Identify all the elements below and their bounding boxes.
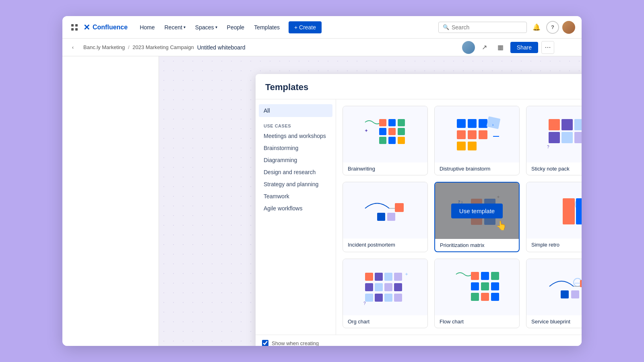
svg-rect-69 <box>571 290 579 298</box>
template-simple-retro[interactable]: Simple retro <box>526 182 582 252</box>
svg-rect-34 <box>395 203 404 212</box>
top-nav: ✕ Confluence Home Recent ▾ Spaces ▾ Peop… <box>62 16 582 39</box>
svg-rect-12 <box>379 137 386 144</box>
nav-home[interactable]: Home <box>136 22 159 33</box>
svg-rect-27 <box>561 119 573 130</box>
svg-rect-43 <box>576 198 582 224</box>
bc-org[interactable]: Banc.ly Marketing <box>83 44 125 50</box>
svg-rect-46 <box>384 273 392 281</box>
template-sticky[interactable]: ✦ ? Sticky note pack <box>526 106 582 175</box>
svg-rect-16 <box>457 119 466 128</box>
create-button[interactable]: + Create <box>289 21 322 33</box>
template-brainwriting[interactable]: ✦ Brainwriting <box>343 106 428 175</box>
nav-people[interactable]: People <box>223 22 249 33</box>
page-title: Untitled whiteboard <box>197 44 246 51</box>
svg-rect-17 <box>468 119 477 128</box>
search-input[interactable] <box>452 24 522 31</box>
svg-rect-3 <box>75 28 78 31</box>
nav-links: Home Recent ▾ Spaces ▾ People Templates <box>136 22 284 33</box>
template-prioritization-label: Prioritization matrix <box>435 239 519 251</box>
template-org-chart-label: Org chart <box>343 315 427 328</box>
template-distruptive[interactable]: › Distruptive brainstorm <box>434 106 520 175</box>
category-meetings[interactable]: Meetings and workshops <box>259 130 332 142</box>
template-prioritization[interactable]: ✦ ↻ Use template 👆 <box>434 182 520 252</box>
category-strategy[interactable]: Strategy and planning <box>259 178 332 190</box>
modal-title: Templates <box>265 82 308 99</box>
svg-rect-49 <box>375 283 383 291</box>
svg-rect-14 <box>398 137 405 144</box>
category-agile[interactable]: Agile workflows <box>259 202 332 214</box>
nav-logo[interactable]: ✕ Confluence <box>83 23 128 32</box>
search-box[interactable]: 🔍 <box>438 22 527 33</box>
svg-rect-59 <box>481 272 489 280</box>
recent-chevron-icon: ▾ <box>184 25 186 29</box>
canvas-area: Templates × All USE CASES Meetings and w… <box>159 56 582 346</box>
template-simple-retro-label: Simple retro <box>526 239 582 251</box>
category-design[interactable]: Design and research <box>259 166 332 178</box>
svg-rect-48 <box>365 283 373 291</box>
table-icon[interactable]: ▦ <box>494 41 507 54</box>
grid-menu-icon[interactable] <box>69 22 80 33</box>
share-arrow-icon[interactable]: ↗ <box>478 41 491 54</box>
svg-rect-50 <box>384 283 392 291</box>
nav-templates[interactable]: Templates <box>250 22 284 33</box>
template-incident-label: Incident postmortem <box>343 239 427 251</box>
template-incident[interactable]: Incident postmortem <box>343 182 428 252</box>
template-org-chart[interactable]: ✦ ? Org chart <box>343 259 428 328</box>
show-when-creating-checkbox[interactable] <box>262 340 268 346</box>
svg-text:›: › <box>492 123 493 127</box>
category-all[interactable]: All <box>259 104 332 117</box>
use-cases-label: USE CASES <box>259 120 332 130</box>
template-prioritization-thumb: ✦ ↻ Use template 👆 <box>435 183 519 239</box>
show-when-creating-label: Show when creating <box>272 340 319 346</box>
svg-rect-36 <box>387 213 395 221</box>
svg-rect-58 <box>471 272 479 280</box>
use-template-button[interactable]: Use template <box>451 204 503 218</box>
template-flow-chart-label: Flow chart <box>435 315 519 328</box>
svg-rect-24 <box>468 142 477 150</box>
logo-text: Confluence <box>93 24 128 31</box>
share-button[interactable]: Share <box>510 42 538 53</box>
nav-recent[interactable]: Recent ▾ <box>160 22 189 33</box>
bell-icon[interactable]: 🔔 <box>530 21 543 34</box>
category-diagramming[interactable]: Diagramming <box>259 154 332 166</box>
template-service-blueprint[interactable]: Service blueprint <box>526 259 582 328</box>
collaborator-avatar <box>462 41 475 54</box>
more-options-button[interactable]: ··· <box>541 41 554 54</box>
modal-footer: Show when creating <box>256 335 582 346</box>
avatar[interactable] <box>562 21 575 34</box>
svg-rect-68 <box>561 290 569 298</box>
templates-grid-area: ✦ Brainwriting <box>336 99 582 335</box>
bc-page[interactable]: 2023 Marketing Campaign <box>132 44 194 50</box>
template-org-chart-thumb: ✦ ? <box>343 259 427 315</box>
templates-modal: Templates × All USE CASES Meetings and w… <box>256 74 582 346</box>
svg-rect-66 <box>491 293 499 301</box>
svg-rect-20 <box>457 130 466 139</box>
breadcrumb: Banc.ly Marketing / 2023 Marketing Campa… <box>83 44 194 50</box>
bc-sep: / <box>128 44 130 50</box>
svg-rect-23 <box>457 142 466 150</box>
svg-rect-55 <box>394 294 402 302</box>
svg-rect-35 <box>377 213 385 221</box>
svg-rect-6 <box>379 119 386 126</box>
nav-right: 🔍 🔔 ? <box>438 21 575 34</box>
svg-text:?: ? <box>363 301 366 306</box>
svg-rect-30 <box>561 132 573 143</box>
svg-rect-7 <box>388 119 396 126</box>
template-flow-chart[interactable]: Flow chart <box>434 259 520 328</box>
svg-rect-29 <box>549 132 560 143</box>
category-brainstorming[interactable]: Brainstorming <box>259 142 332 154</box>
svg-rect-44 <box>365 273 373 281</box>
template-distruptive-label: Distruptive brainstorm <box>435 162 519 175</box>
svg-rect-0 <box>71 24 74 27</box>
svg-rect-42 <box>563 198 575 224</box>
svg-text:✦: ✦ <box>405 272 409 277</box>
nav-spaces[interactable]: Spaces ▾ <box>191 22 221 33</box>
svg-rect-53 <box>375 294 383 302</box>
back-button[interactable]: ‹ <box>66 40 80 55</box>
category-teamwork[interactable]: Teamwork <box>259 190 332 202</box>
help-icon[interactable]: ? <box>546 21 559 34</box>
categories-panel: All USE CASES Meetings and workshops Bra… <box>256 99 336 335</box>
spaces-chevron-icon: ▾ <box>215 25 217 29</box>
svg-rect-45 <box>375 273 383 281</box>
